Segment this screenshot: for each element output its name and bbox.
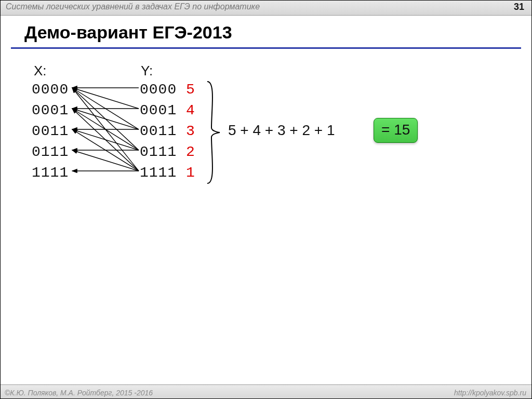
sum-result-badge: = 15 — [374, 118, 418, 143]
top-bar: Системы логических уравнений в задачах Е… — [1, 1, 531, 16]
x-column-label: X: — [34, 63, 47, 79]
y-row: 1111 1 — [140, 163, 195, 183]
svg-line-1 — [72, 88, 139, 109]
svg-line-10 — [72, 129, 139, 150]
svg-line-7 — [72, 109, 139, 150]
x-row: 0011 — [32, 121, 69, 142]
slide-title: Демо-вариант ЕГЭ-2013 — [24, 22, 232, 43]
svg-line-8 — [72, 109, 139, 171]
header-title: Системы логических уравнений в задачах Е… — [6, 2, 260, 11]
svg-line-4 — [72, 88, 139, 171]
y-column: 0000 50001 40011 30111 21111 1 — [140, 79, 195, 183]
y-row: 0000 5 — [140, 79, 195, 100]
x-row: 0001 — [32, 100, 69, 121]
y-row: 0001 4 — [140, 100, 195, 121]
x-row: 1111 — [32, 163, 69, 183]
footer-copyright: ©К.Ю. Поляков, М.А. Ройтберг, 2015 -2016 — [5, 389, 153, 397]
x-row: 0000 — [32, 79, 69, 100]
sum-expression: 5 + 4 + 3 + 2 + 1 — [228, 122, 335, 139]
title-underline — [11, 47, 521, 49]
x-column: 00000001001101111111 — [32, 79, 69, 183]
svg-line-13 — [72, 150, 139, 171]
svg-line-6 — [72, 109, 139, 129]
footer-url: http://kpolyakov.spb.ru — [454, 389, 526, 397]
arrows-diagram — [67, 79, 150, 189]
y-column-label: Y: — [141, 63, 153, 79]
y-row: 0011 3 — [140, 121, 195, 142]
svg-line-2 — [72, 88, 139, 129]
slide: Системы логических уравнений в задачах Е… — [0, 0, 532, 399]
x-row: 0111 — [32, 142, 69, 163]
footer-bar: ©К.Ю. Поляков, М.А. Ройтберг, 2015 -2016… — [1, 384, 531, 398]
svg-line-11 — [72, 129, 139, 171]
curly-brace — [204, 78, 223, 188]
page-number: 31 — [514, 2, 524, 12]
y-row: 0111 2 — [140, 142, 195, 163]
svg-line-3 — [72, 88, 139, 150]
